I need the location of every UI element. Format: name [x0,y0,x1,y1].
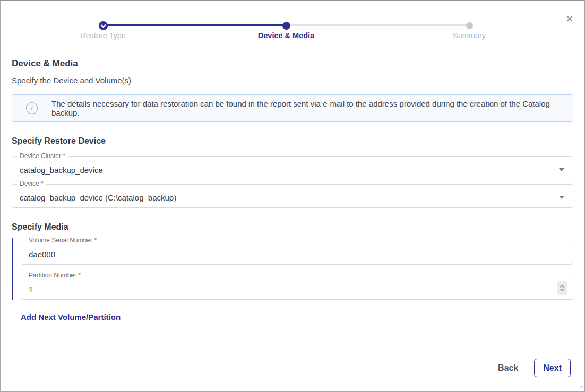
number-spinner-icon[interactable] [557,281,567,295]
chevron-down-icon[interactable] [559,168,564,171]
volume-serial-label: Volume Serial Number * [26,237,99,245]
back-button[interactable]: Back [497,361,519,375]
device-value: catalog_backup_device (C:\catalog_backup… [20,193,176,202]
volume-serial-input[interactable] [29,250,565,259]
volume-partition-group: Volume Serial Number * Partition Number … [12,241,573,300]
volume-serial-field-wrapper: Volume Serial Number * [21,241,573,265]
page-title: Device & Media [12,58,573,69]
group-accent-bar [12,238,13,300]
stepper-line-completed [103,24,286,26]
device-cluster-select[interactable]: Device Cluster * catalog_backup_device [12,156,573,180]
wizard-footer: Back Next [1,359,584,391]
stepper-step-restore-type[interactable]: Restore Type [45,31,161,40]
stepper-step-summary[interactable]: Summary [411,31,528,40]
device-cluster-value: catalog_backup_device [20,165,103,175]
step-active-dot-icon[interactable] [282,22,290,30]
next-button[interactable]: Next [534,359,571,377]
step-completed-check-icon[interactable] [99,21,108,30]
chevron-down-icon[interactable] [559,196,564,199]
info-icon: i [26,102,38,114]
wizard-content: Device & Media Specify the Device and Vo… [1,49,584,322]
info-banner-text: The details necessary for data restorati… [51,99,559,117]
step-upcoming-dot-icon[interactable] [466,22,473,29]
stepper-step-device-media[interactable]: Device & Media [228,31,345,40]
add-next-volume-link[interactable]: Add Next Volume/Partition [21,312,121,321]
device-cluster-label: Device Cluster * [17,152,68,160]
media-section-heading: Specify Media [12,222,573,232]
partition-number-field-wrapper: Partition Number * [21,276,573,300]
partition-number-input[interactable] [29,285,565,294]
page-subtitle: Specify the Device and Volume(s) [12,76,573,85]
restore-device-section-heading: Specify Restore Device [12,136,573,146]
device-select[interactable]: Device * catalog_backup_device (C:\catal… [12,184,573,208]
resize-handle-icon[interactable] [578,381,584,391]
restore-wizard-dialog: ✕ Restore Type Device & Media Summary De… [0,0,585,392]
device-label: Device * [17,180,46,188]
wizard-stepper: Restore Type Device & Media Summary [1,1,584,49]
stepper-line-upcoming [286,24,469,26]
info-banner: i The details necessary for data restora… [12,94,573,122]
partition-number-label: Partition Number * [26,272,83,280]
